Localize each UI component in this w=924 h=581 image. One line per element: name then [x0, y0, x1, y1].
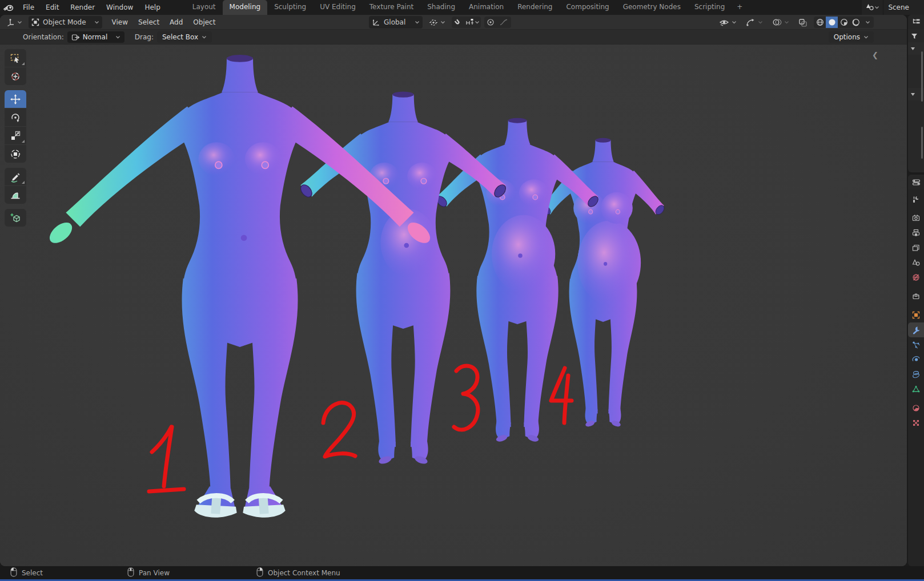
- orientation-label: Global: [383, 18, 412, 26]
- tab-animation[interactable]: Animation: [462, 0, 511, 15]
- scene-icon: [865, 3, 874, 13]
- properties-tab-material[interactable]: [908, 401, 924, 415]
- pivot-point-dropdown[interactable]: [426, 16, 448, 29]
- tool-move-button[interactable]: [5, 90, 26, 108]
- left-toolbar: [5, 49, 26, 232]
- status-hint-label: Object Context Menu: [268, 569, 340, 577]
- viewport-header: Object Mode ViewSelectAddObject Global: [0, 15, 907, 30]
- chevron-down-icon: [874, 3, 879, 11]
- tool-cursor-button[interactable]: [5, 67, 26, 85]
- menu-render[interactable]: Render: [65, 0, 101, 15]
- menu-edit[interactable]: Edit: [40, 0, 65, 15]
- add-workspace-button[interactable]: +: [732, 0, 748, 15]
- properties-tab-view-layer[interactable]: [908, 240, 924, 255]
- tool-transform-button[interactable]: [5, 145, 26, 163]
- tab-uv-editing[interactable]: UV Editing: [313, 0, 363, 15]
- proportional-group: [484, 17, 511, 28]
- tool-scale-button[interactable]: [5, 127, 26, 144]
- tab-layout[interactable]: Layout: [186, 0, 223, 15]
- proportional-editing-toggle[interactable]: [484, 17, 496, 28]
- options-dropdown[interactable]: Options: [829, 31, 874, 43]
- properties-tab-data[interactable]: [908, 382, 924, 397]
- drag-field-label: Drag:: [135, 33, 154, 41]
- tab-scripting[interactable]: Scripting: [688, 0, 732, 15]
- menu-window[interactable]: Window: [101, 0, 139, 15]
- annotation-number-4: [551, 368, 572, 423]
- viewport-menu-select[interactable]: Select: [133, 15, 164, 30]
- proportional-falloff-dropdown[interactable]: [496, 17, 511, 28]
- tool-measure-button[interactable]: [5, 186, 26, 204]
- properties-tab-object[interactable]: [908, 308, 924, 322]
- properties-tab-render[interactable]: [908, 211, 924, 225]
- properties-tab-physics[interactable]: [908, 352, 924, 367]
- tab-rendering[interactable]: Rendering: [511, 0, 559, 15]
- visibility-dropdown[interactable]: [716, 16, 740, 29]
- outliner-header: [908, 15, 924, 30]
- xray-toggle[interactable]: [796, 16, 810, 29]
- properties-strip: [908, 175, 924, 566]
- viewport-menu-object[interactable]: Object: [188, 15, 220, 30]
- blender-window: FileEditRenderWindowHelp LayoutModelingS…: [0, 0, 924, 581]
- scene-selector[interactable]: Scene: [862, 0, 924, 15]
- properties-tab-world[interactable]: [908, 270, 924, 285]
- status-hint-left-mouse: Select: [10, 567, 43, 579]
- overlays-dropdown[interactable]: [769, 16, 792, 29]
- shading-rendered-button[interactable]: [850, 17, 862, 28]
- drag-select[interactable]: Select Box: [157, 31, 212, 43]
- orientation-select[interactable]: Normal: [67, 31, 124, 43]
- properties-editor-icon[interactable]: [908, 175, 924, 189]
- mode-label: Object Mode: [42, 18, 92, 26]
- viewport-canvas[interactable]: [0, 45, 907, 566]
- properties-tab-texture[interactable]: [908, 415, 924, 430]
- tab-compositing[interactable]: Compositing: [559, 0, 616, 15]
- properties-tab-particles[interactable]: [908, 337, 924, 352]
- tool-rotate-button[interactable]: [5, 108, 26, 126]
- menu-file[interactable]: File: [17, 0, 40, 15]
- scene-name: Scene: [883, 3, 924, 11]
- snap-target-dropdown[interactable]: [464, 17, 481, 28]
- outliner-filter-icon[interactable]: [908, 30, 924, 42]
- mode-dropdown[interactable]: Object Mode: [29, 16, 102, 29]
- viewport-menu-add[interactable]: Add: [164, 15, 188, 30]
- drag-select-value: Select Box: [162, 33, 198, 41]
- sidebar-collapse-arrow[interactable]: ❮: [872, 51, 878, 59]
- properties-tab-tool[interactable]: [908, 192, 924, 207]
- shading-solid-button[interactable]: [826, 17, 838, 28]
- shading-wireframe-button[interactable]: [814, 17, 826, 28]
- outliner-scrollbar[interactable]: [921, 51, 923, 102]
- shading-options-dropdown[interactable]: [862, 17, 874, 28]
- outliner-strip: [908, 15, 924, 172]
- annotation-number-3: [454, 366, 478, 430]
- viewport-editor: Object Mode ViewSelectAddObject Global: [0, 15, 907, 566]
- editor-type-button[interactable]: [3, 16, 25, 29]
- viewport-3d[interactable]: ❮: [0, 45, 907, 566]
- tab-sculpting[interactable]: Sculpting: [267, 0, 313, 15]
- tool-select-box-button[interactable]: [5, 49, 26, 67]
- outliner-icon: [912, 18, 921, 27]
- outliner-scrollbar[interactable]: [921, 127, 923, 159]
- status-hint-middle-mouse: Pan View: [127, 567, 170, 579]
- menu-help[interactable]: Help: [139, 0, 166, 15]
- tab-shading[interactable]: Shading: [420, 0, 462, 15]
- transform-orientation-dropdown[interactable]: Global: [369, 16, 423, 29]
- properties-tab-collection[interactable]: [908, 289, 924, 304]
- topbar-menus: FileEditRenderWindowHelp: [17, 0, 166, 15]
- tab-geometry-nodes[interactable]: Geometry Nodes: [616, 0, 688, 15]
- tool-settings-bar: Orientation: Normal Drag: Select Box Opt…: [0, 30, 907, 45]
- properties-tab-scene[interactable]: [908, 255, 924, 270]
- status-hint-label: Pan View: [139, 569, 170, 577]
- topbar: FileEditRenderWindowHelp LayoutModelingS…: [0, 0, 924, 15]
- tool-annotate-button[interactable]: [5, 168, 26, 185]
- blender-logo-icon[interactable]: [0, 3, 17, 11]
- shading-material-preview-button[interactable]: [838, 17, 850, 28]
- tab-texture-paint[interactable]: Texture Paint: [363, 0, 420, 15]
- tool-add-cube-button[interactable]: [5, 209, 26, 227]
- snap-toggle[interactable]: [452, 17, 464, 28]
- properties-tab-output[interactable]: [908, 225, 924, 240]
- viewport-menus: ViewSelectAddObject: [107, 15, 221, 30]
- properties-tab-modifiers[interactable]: [908, 322, 924, 337]
- viewport-menu-view[interactable]: View: [107, 15, 133, 30]
- tab-modeling[interactable]: Modeling: [223, 0, 268, 15]
- gizmos-dropdown[interactable]: [743, 16, 766, 29]
- properties-tab-constraints[interactable]: [908, 367, 924, 382]
